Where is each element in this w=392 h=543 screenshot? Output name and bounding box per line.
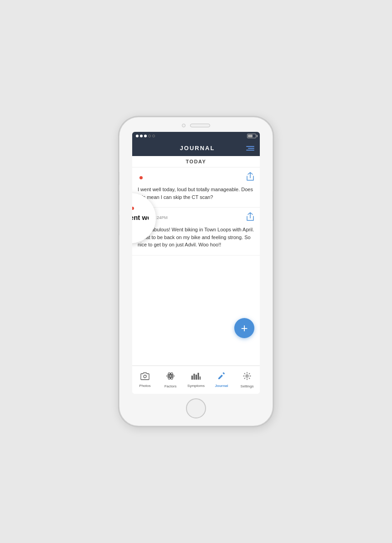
tab-factors[interactable]: Factors [158, 366, 183, 394]
app-header: JOURNAL [132, 140, 260, 156]
fab-plus-icon: + [241, 321, 248, 335]
entry-1-text: I went well today, loud but totally mana… [138, 186, 254, 201]
svg-point-10 [246, 375, 248, 377]
battery-fill [248, 135, 253, 137]
tab-journal[interactable]: Journal [209, 366, 234, 394]
camera-icon [140, 372, 150, 382]
tab-bar: Photos Factors [132, 365, 260, 394]
zoom-text-1: RI went we [132, 213, 149, 222]
entry-2-share-button[interactable] [246, 212, 254, 223]
tab-symptoms[interactable]: Symptoms [183, 366, 209, 394]
menu-icon[interactable] [246, 146, 254, 151]
date-bar: TODAY [132, 156, 260, 167]
signal-dots [136, 135, 155, 137]
power-button[interactable] [273, 191, 274, 220]
tab-photos[interactable]: Photos [132, 366, 158, 394]
gear-icon [242, 371, 252, 383]
signal-dot-3 [144, 135, 147, 137]
content-area: 11AM RI went we nage [132, 167, 260, 365]
svg-point-0 [144, 375, 146, 378]
tab-factors-label: Factors [165, 384, 177, 388]
phone-bottom [119, 394, 273, 426]
tab-journal-label: Journal [215, 384, 228, 388]
menu-line-2 [248, 148, 254, 149]
zoom-time: 11AM [132, 206, 149, 211]
battery-icon [247, 134, 256, 138]
volume-up-button[interactable] [118, 191, 119, 211]
tab-symptoms-label: Symptoms [187, 384, 205, 388]
phone-screen: JOURNAL TODAY 11AM RI went we nage [132, 132, 260, 394]
signal-dot-5 [152, 135, 155, 137]
entry-1-meta [138, 172, 254, 183]
menu-line-1 [246, 146, 254, 147]
front-camera [182, 124, 186, 127]
tab-settings[interactable]: Settings [234, 366, 260, 394]
atom-icon [166, 371, 175, 383]
volume-toggle-button[interactable] [118, 172, 119, 185]
zoom-text-2: nage [132, 222, 149, 231]
svg-rect-5 [191, 376, 193, 380]
entry-2-text: I feel fabulous! Went biking in Town Loo… [138, 226, 254, 249]
app-title: JOURNAL [149, 145, 246, 151]
menu-line-3 [246, 150, 254, 151]
svg-rect-9 [200, 376, 201, 380]
phone-frame: JOURNAL TODAY 11AM RI went we nage [119, 116, 273, 427]
status-bar [132, 132, 260, 140]
tab-photos-label: Photos [139, 384, 151, 388]
speaker-grill [190, 124, 210, 127]
tab-settings-label: Settings [241, 384, 254, 388]
signal-dot-2 [140, 135, 143, 137]
svg-point-1 [170, 375, 171, 377]
home-button[interactable] [186, 398, 206, 418]
volume-down-button[interactable] [118, 215, 119, 235]
svg-rect-7 [196, 375, 197, 380]
zoom-dot [132, 207, 134, 210]
svg-rect-6 [194, 374, 195, 380]
phone-top-notch [119, 117, 273, 132]
signal-dot-4 [148, 135, 151, 137]
svg-rect-8 [198, 373, 199, 380]
chart-icon [191, 372, 201, 382]
entry-1-dot [139, 176, 143, 179]
signal-dot-1 [136, 135, 139, 137]
entry-1-share-button[interactable] [246, 172, 254, 183]
add-entry-button[interactable]: + [234, 318, 254, 338]
pencil-icon [217, 372, 226, 382]
journal-entry-1: I went well today, loud but totally mana… [132, 167, 260, 208]
date-label: TODAY [186, 159, 206, 164]
entry-1-meta-left [138, 176, 143, 179]
